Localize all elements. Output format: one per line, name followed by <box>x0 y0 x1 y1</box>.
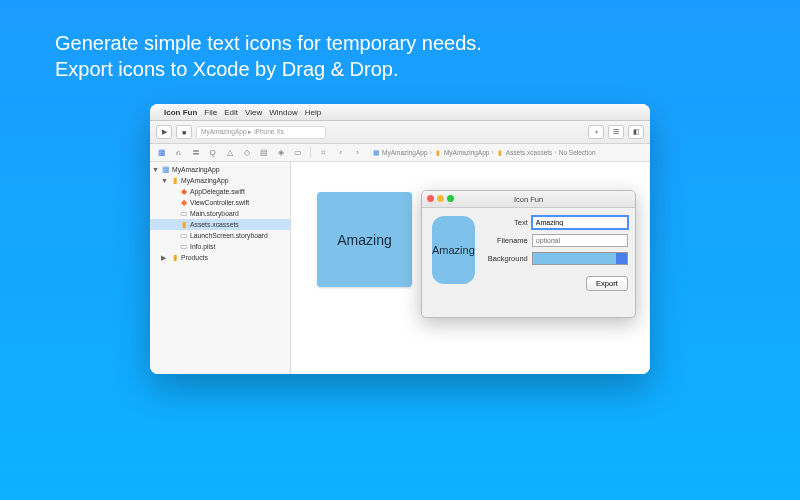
menu-help[interactable]: Help <box>305 108 321 117</box>
tree-file[interactable]: ▭ Info.plist <box>150 241 290 252</box>
filename-input[interactable] <box>532 234 628 247</box>
iconfun-form: Text Filename Background Export <box>483 216 628 291</box>
editor-layout-button[interactable]: ☰ <box>608 125 624 139</box>
app-menu[interactable]: Icon Fun <box>164 108 197 117</box>
iconfun-preview-text: Amazing <box>432 244 475 256</box>
test-navigator-icon[interactable]: ◇ <box>240 146 253 159</box>
tree-group-label: MyAmazingApp <box>181 177 229 184</box>
tree-products[interactable]: ▶▮ Products <box>150 252 290 263</box>
debug-navigator-icon[interactable]: ▤ <box>257 146 270 159</box>
find-navigator-icon[interactable]: Q <box>206 146 219 159</box>
breakpoint-navigator-icon[interactable]: ◈ <box>274 146 287 159</box>
navigator-tab-row: ▦ ⎌ 〓 Q △ ◇ ▤ ◈ ▭ ⌗ ‹ › ▦ MyAmazingApp ›… <box>150 144 650 162</box>
minimize-icon[interactable] <box>437 195 444 202</box>
iconfun-title: Icon Fun <box>514 195 543 204</box>
scheme-label: MyAmazingApp ▸ iPhone Xs <box>201 128 284 136</box>
plist-file-icon: ▭ <box>179 242 188 251</box>
folder-icon: ▮ <box>170 176 179 185</box>
tree-group[interactable]: ▼▮ MyAmazingApp <box>150 175 290 186</box>
stop-button[interactable]: ■ <box>176 125 192 139</box>
tree-file[interactable]: ◆ AppDelegate.swift <box>150 186 290 197</box>
iconfun-window[interactable]: Icon Fun Amazing Text Filename Backgroun… <box>421 190 636 318</box>
breadcrumb[interactable]: ▦ MyAmazingApp › ▮ MyAmazingApp › ▮ Asse… <box>372 149 596 157</box>
menu-file[interactable]: File <box>204 108 217 117</box>
menu-view[interactable]: View <box>245 108 262 117</box>
crumb-1[interactable]: MyAmazingApp <box>444 149 490 156</box>
storyboard-file-icon: ▭ <box>179 209 188 218</box>
crumb-0[interactable]: MyAmazingApp <box>382 149 428 156</box>
tree-file-label: ViewController.swift <box>190 199 249 206</box>
scheme-selector[interactable]: MyAmazingApp ▸ iPhone Xs <box>196 126 326 139</box>
forward-icon[interactable]: › <box>351 146 364 159</box>
tree-products-label: Products <box>181 254 208 261</box>
icon-preview-large[interactable]: Amazing <box>317 192 412 287</box>
background-field-label: Background <box>483 254 528 263</box>
tree-root[interactable]: ▼▦ MyAmazingApp <box>150 164 290 175</box>
folder-icon: ▮ <box>496 149 504 157</box>
folder-icon: ▮ <box>170 253 179 262</box>
text-field-label: Text <box>483 218 528 227</box>
export-button[interactable]: Export <box>586 276 628 291</box>
menu-window[interactable]: Window <box>269 108 297 117</box>
zoom-icon[interactable] <box>447 195 454 202</box>
tree-file-label: Main.storyboard <box>190 210 239 217</box>
filename-field-label: Filename <box>483 236 528 245</box>
divider <box>310 147 311 158</box>
tree-file-label: Assets.xcassets <box>190 221 239 228</box>
library-button[interactable]: ＋ <box>588 125 604 139</box>
assets-icon: ▮ <box>179 220 188 229</box>
hero-text: Generate simple text icons for temporary… <box>0 0 800 92</box>
run-button[interactable]: ▶ <box>156 125 172 139</box>
swift-file-icon: ◆ <box>179 198 188 207</box>
text-input[interactable] <box>532 216 628 229</box>
inspectors-button[interactable]: ◧ <box>628 125 644 139</box>
iconfun-titlebar[interactable]: Icon Fun <box>422 191 635 208</box>
project-navigator: ▼▦ MyAmazingApp ▼▮ MyAmazingApp ◆ AppDel… <box>150 162 291 374</box>
tree-file-selected[interactable]: ▮ Assets.xcassets <box>150 219 290 230</box>
background-color-picker[interactable] <box>532 252 628 265</box>
tree-file-label: AppDelegate.swift <box>190 188 245 195</box>
source-control-navigator-icon[interactable]: ⎌ <box>172 146 185 159</box>
tree-file[interactable]: ◆ ViewController.swift <box>150 197 290 208</box>
menubar: Icon Fun File Edit View Window Help <box>150 104 650 121</box>
hero-line-1: Generate simple text icons for temporary… <box>55 30 745 56</box>
menu-edit[interactable]: Edit <box>224 108 238 117</box>
project-icon: ▦ <box>372 149 380 157</box>
xcode-window: Icon Fun File Edit View Window Help ▶ ■ … <box>150 104 650 374</box>
tree-file-label: LaunchScreen.storyboard <box>190 232 268 239</box>
icon-preview-text: Amazing <box>337 232 391 248</box>
crumb-2[interactable]: Assets.xcassets <box>506 149 553 156</box>
tree-file[interactable]: ▭ LaunchScreen.storyboard <box>150 230 290 241</box>
symbol-navigator-icon[interactable]: 〓 <box>189 146 202 159</box>
tree-file-label: Info.plist <box>190 243 215 250</box>
hero-line-2: Export icons to Xcode by Drag & Drop. <box>55 56 745 82</box>
report-navigator-icon[interactable]: ▭ <box>291 146 304 159</box>
issue-navigator-icon[interactable]: △ <box>223 146 236 159</box>
swift-file-icon: ◆ <box>179 187 188 196</box>
iconfun-preview[interactable]: Amazing <box>432 216 475 284</box>
close-icon[interactable] <box>427 195 434 202</box>
tree-file[interactable]: ▭ Main.storyboard <box>150 208 290 219</box>
back-icon[interactable]: ‹ <box>334 146 347 159</box>
toolbar: ▶ ■ MyAmazingApp ▸ iPhone Xs ＋ ☰ ◧ <box>150 121 650 144</box>
related-items-icon[interactable]: ⌗ <box>317 146 330 159</box>
project-navigator-icon[interactable]: ▦ <box>155 146 168 159</box>
iconfun-body: Amazing Text Filename Background Export <box>422 208 635 297</box>
tree-root-label: MyAmazingApp <box>172 166 220 173</box>
crumb-3: No Selection <box>559 149 596 156</box>
storyboard-file-icon: ▭ <box>179 231 188 240</box>
project-icon: ▦ <box>161 165 170 174</box>
folder-icon: ▮ <box>434 149 442 157</box>
